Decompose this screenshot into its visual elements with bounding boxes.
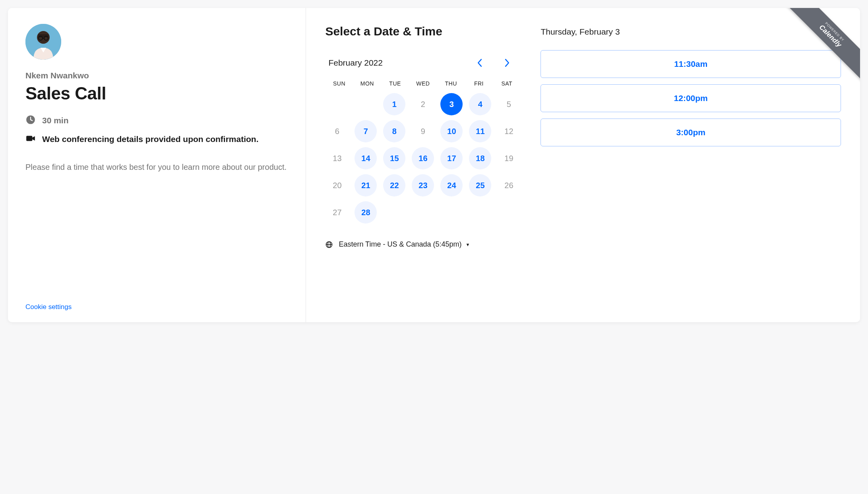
time-slots-column: Thursday, February 3 11:30am12:00pm3:00p… [541, 25, 841, 308]
timezone-selector[interactable]: Eastern Time - US & Canada (5:45pm) ▼ [325, 240, 521, 249]
calendar-day: 20 [326, 174, 348, 196]
host-name: Nkem Nwankwo [25, 71, 288, 80]
calendar-day[interactable]: 14 [355, 147, 377, 169]
svg-rect-7 [26, 136, 32, 141]
calendar-day: 19 [498, 147, 520, 169]
calendar-day: 12 [498, 120, 520, 142]
calendar-day[interactable]: 8 [383, 120, 405, 142]
time-slot-button[interactable]: 11:30am [541, 50, 841, 78]
calendar-day: 9 [412, 120, 434, 142]
calendar-day[interactable]: 17 [440, 147, 463, 169]
date-time-panel: Select a Date & Time February 2022 SUNMO… [306, 8, 860, 322]
globe-icon [325, 241, 333, 249]
calendar-day[interactable]: 7 [355, 120, 377, 142]
month-label: February 2022 [328, 58, 383, 68]
calendar-day[interactable]: 22 [383, 174, 405, 196]
weekday-label: MON [353, 78, 381, 89]
weekday-label: WED [409, 78, 437, 89]
calendar-day[interactable]: 28 [355, 201, 377, 224]
calendar-column: Select a Date & Time February 2022 SUNMO… [325, 25, 521, 308]
calendar-day: 5 [498, 93, 520, 115]
weekday-label: SUN [325, 78, 353, 89]
calendar-day: 2 [412, 93, 434, 115]
duration-row: 30 min [25, 115, 288, 126]
weekday-label: THU [437, 78, 465, 89]
next-month-button[interactable] [500, 56, 514, 70]
calendar-day[interactable]: 10 [440, 120, 463, 142]
calendar-day: 13 [326, 147, 348, 169]
calendar-day[interactable]: 25 [469, 174, 491, 196]
video-icon [25, 133, 36, 144]
weekday-header: SUNMONTUEWEDTHUFRISAT [325, 78, 521, 89]
calendar-day[interactable]: 15 [383, 147, 405, 169]
time-slot-button[interactable]: 3:00pm [541, 119, 841, 146]
calendar-day[interactable]: 11 [469, 120, 491, 142]
host-avatar [25, 24, 61, 60]
duration-text: 30 min [42, 115, 69, 126]
calendar-day[interactable]: 3 [440, 93, 463, 115]
weekday-label: SAT [493, 78, 521, 89]
event-description: Please find a time that works best for y… [25, 161, 288, 173]
month-navigation: February 2022 [325, 56, 521, 70]
event-title: Sales Call [25, 84, 288, 103]
calendar-day[interactable]: 18 [469, 147, 491, 169]
weekday-label: FRI [465, 78, 493, 89]
timezone-label: Eastern Time - US & Canada (5:45pm) [339, 240, 461, 249]
scheduling-card: POWERED BY Calendly Nkem Nwankwo Sales C… [8, 8, 860, 322]
selected-date-label: Thursday, February 3 [541, 27, 841, 37]
calendar-day: 6 [326, 120, 348, 142]
calendar-day[interactable]: 16 [412, 147, 434, 169]
location-text: Web conferencing details provided upon c… [42, 133, 259, 145]
picker-title: Select a Date & Time [325, 25, 521, 38]
cookie-settings-link[interactable]: Cookie settings [25, 287, 288, 311]
calendar-day[interactable]: 1 [383, 93, 405, 115]
calendar-day[interactable]: 4 [469, 93, 491, 115]
location-row: Web conferencing details provided upon c… [25, 133, 288, 145]
calendar-day[interactable]: 23 [412, 174, 434, 196]
time-slot-button[interactable]: 12:00pm [541, 84, 841, 112]
clock-icon [25, 115, 36, 125]
month-nav-buttons [472, 56, 517, 70]
calendar-day[interactable]: 21 [355, 174, 377, 196]
time-slot-list: 11:30am12:00pm3:00pm [541, 50, 841, 146]
calendar-day[interactable]: 24 [440, 174, 463, 196]
weekday-label: TUE [381, 78, 409, 89]
calendar-day: 26 [498, 174, 520, 196]
event-details-panel: Nkem Nwankwo Sales Call 30 min Web confe… [8, 8, 306, 322]
prev-month-button[interactable] [472, 56, 486, 70]
calendar-grid: 1234567891011121314151617181920212223242… [325, 93, 521, 224]
calendar-day: 27 [326, 201, 348, 224]
caret-down-icon: ▼ [466, 242, 470, 247]
svg-rect-2 [38, 34, 48, 37]
